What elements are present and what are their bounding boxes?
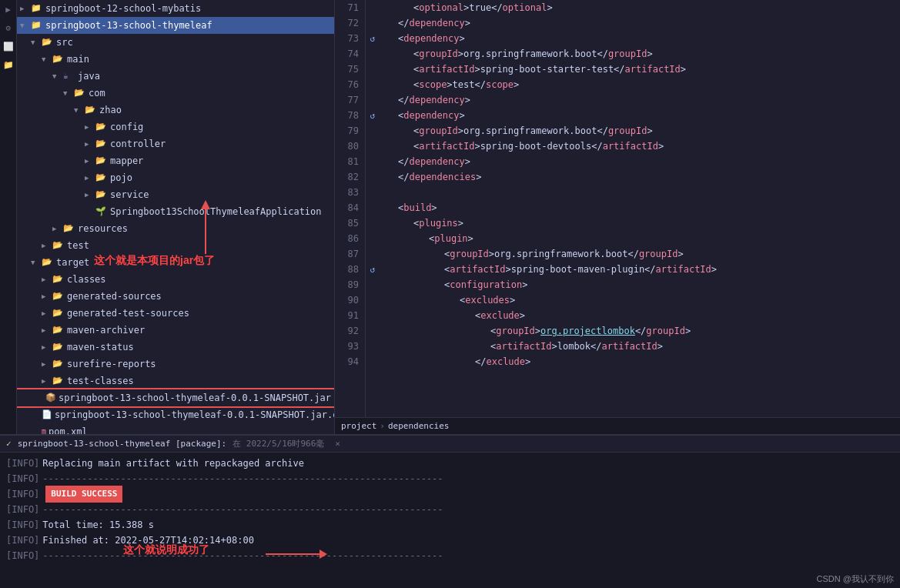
tree-item-label: springboot-13-school-thymeleaf-0.0.1-SNA… xyxy=(59,390,331,406)
tree-item-label: src xyxy=(56,35,73,50)
tree-item-com[interactable]: ▼ 📂 com xyxy=(17,85,334,102)
code-line-92: <groupId>org.projectlombok</groupId> xyxy=(383,323,900,339)
code-line-90: <excludes> xyxy=(383,292,900,308)
tree-item-label: springboot-13-school-thymeleaf-0.0.1-SNA… xyxy=(55,407,335,423)
console-prefix: [INFO] xyxy=(6,533,39,548)
tree-item-pom-target[interactable]: m pom.xml xyxy=(17,423,334,434)
line-num: 87 xyxy=(335,246,359,262)
console-text: Finished at: 2022-05-27T14:02:14+08:00 xyxy=(42,533,254,548)
expand-arrow: ▶ xyxy=(20,1,31,16)
run-bar-check: ✓ xyxy=(6,439,12,449)
console-line-7: [INFO] ---------------------------------… xyxy=(6,548,894,563)
code-line-93: <artifactId>lombok</artifactId> xyxy=(383,339,900,354)
gutter-cell-86 xyxy=(366,231,380,246)
expand-arrow: ▶ xyxy=(85,119,95,135)
folder-icon: 📂 xyxy=(95,187,108,202)
code-line-77: </dependency> xyxy=(383,92,900,108)
tree-item-label: main xyxy=(67,52,89,67)
console-text: Total time: 15.388 s xyxy=(42,517,154,533)
tree-item-label: generated-test-sources xyxy=(67,306,189,321)
folder-icon: 📂 xyxy=(95,136,108,152)
folder-icon: 📂 xyxy=(52,356,65,372)
spring-icon: 🌱 xyxy=(95,204,108,219)
expand-arrow: ▶ xyxy=(42,289,52,304)
tree-item-service[interactable]: ▶ 📂 service xyxy=(17,186,334,203)
tree-item-maven-archiver[interactable]: ▶ 📂 maven-archiver xyxy=(17,322,334,339)
line-num: 86 xyxy=(335,231,359,246)
console-prefix: [INFO] xyxy=(6,548,39,563)
tree-item-application[interactable]: 🌱 Springboot13SchoolThymeleafApplication xyxy=(17,203,334,220)
run-bar-project: springboot-13-school-thymeleaf [package]… xyxy=(18,439,227,449)
tree-item-resources[interactable]: ▶ 📂 resources xyxy=(17,220,334,237)
tree-item-label: maven-archiver xyxy=(67,322,145,338)
tree-item-generated-sources[interactable]: ▶ 📂 generated-sources xyxy=(17,288,334,305)
tree-item-label: pom.xml xyxy=(49,424,88,434)
build-success-badge: BUILD SUCCESS xyxy=(45,486,122,503)
gutter-cell-90 xyxy=(366,292,380,308)
tree-item-src[interactable]: ▼ 📂 src xyxy=(17,34,334,51)
gutter-cell-77 xyxy=(366,92,380,108)
folder-icon[interactable]: 📁 xyxy=(2,58,15,71)
gutter: ↺ ↺ ↺ xyxy=(366,0,380,417)
tree-item-controller[interactable]: ▶ 📂 controller xyxy=(17,135,334,152)
tree-item-classes[interactable]: ▶ 📂 classes xyxy=(17,271,334,288)
console-content[interactable]: [INFO] Replacing main artifact with repa… xyxy=(0,453,900,588)
run-bar: ✓ springboot-13-school-thymeleaf [packag… xyxy=(0,436,900,453)
gutter-cell-89 xyxy=(366,277,380,292)
console-line-2: [INFO] ---------------------------------… xyxy=(6,471,894,486)
tree-item-springboot-13[interactable]: ▼ 📁 springboot-13-school-thymeleaf xyxy=(17,17,334,34)
run-bar-close[interactable]: × xyxy=(335,439,340,449)
code-lines[interactable]: <optional>true</optional> </dependency> … xyxy=(380,0,900,417)
code-content: 71 72 73 74 75 76 77 78 79 80 81 82 83 8… xyxy=(335,0,900,417)
gear-icon[interactable]: ⚙ xyxy=(2,22,15,34)
expand-arrow: ▶ xyxy=(42,356,52,372)
xml-icon: m xyxy=(42,424,46,434)
expand-arrow: ▶ xyxy=(85,187,95,202)
tree-item-label: maven-status xyxy=(67,339,134,355)
tree-item-test[interactable]: ▶ 📂 test xyxy=(17,237,334,254)
folder-icon: 📂 xyxy=(52,339,65,355)
tree-item-label: zhao xyxy=(99,102,122,118)
tree-item-target[interactable]: ▼ 📂 target 这个就是本项目的jar包了 xyxy=(17,254,334,271)
gutter-cell-79 xyxy=(366,123,380,139)
code-line-81: </dependency> xyxy=(383,154,900,169)
expand-arrow: ▶ xyxy=(42,339,52,355)
expand-arrow: ▼ xyxy=(74,102,85,118)
gutter-cell-78: ↺ xyxy=(366,108,380,123)
line-num: 89 xyxy=(335,277,359,292)
tree-item-jar-orig[interactable]: 📄 springboot-13-school-thymeleaf-0.0.1-S… xyxy=(17,406,334,423)
tree-item-zhao[interactable]: ▼ 📂 zhao xyxy=(17,102,334,119)
breadcrumb-project[interactable]: project xyxy=(341,421,376,431)
tree-item-mapper[interactable]: ▶ 📂 mapper xyxy=(17,152,334,169)
line-num: 92 xyxy=(335,323,359,339)
code-line-76: <scope>test</scope> xyxy=(383,77,900,92)
tree-item-springboot-12[interactable]: ▶ 📁 springboot-12-school-mybatis xyxy=(17,0,334,17)
tree-item-main[interactable]: ▼ 📂 main xyxy=(17,51,334,68)
console-line-4: [INFO] ---------------------------------… xyxy=(6,502,894,517)
folder-icon: 📂 xyxy=(74,85,86,101)
tree-item-java[interactable]: ▼ ☕ java xyxy=(17,68,334,85)
tree-item-test-classes[interactable]: ▶ 📂 test-classes xyxy=(17,373,334,389)
tree-item-pojo[interactable]: ▶ 📂 pojo xyxy=(17,169,334,186)
tree-item-jar[interactable]: 📦 springboot-13-school-thymeleaf-0.0.1-S… xyxy=(17,389,334,406)
breadcrumb-sep: › xyxy=(380,421,385,431)
gutter-cell-73: ↺ xyxy=(366,31,380,46)
tree-item-label: pojo xyxy=(110,170,132,185)
line-num: 84 xyxy=(335,200,359,215)
search-icon[interactable]: ⬜ xyxy=(2,40,15,52)
folder-icon: 📂 xyxy=(85,102,97,118)
tree-item-label: Springboot13SchoolThymeleafApplication xyxy=(110,204,322,219)
tree-item-generated-test-sources[interactable]: ▶ 📂 generated-test-sources xyxy=(17,305,334,322)
folder-icon: 📂 xyxy=(52,52,65,67)
folder-icon: 📁 xyxy=(31,18,43,33)
breadcrumb-dependencies[interactable]: dependencies xyxy=(388,421,449,431)
line-num: 76 xyxy=(335,77,359,92)
console-line-5: [INFO] Total time: 15.388 s xyxy=(6,517,894,533)
tree-item-config[interactable]: ▶ 📂 config xyxy=(17,119,334,135)
tree-item-label: resources xyxy=(78,221,128,236)
code-line-73: <dependency> xyxy=(383,31,900,46)
run-icon[interactable]: ▶ xyxy=(2,3,15,15)
tree-item-maven-status[interactable]: ▶ 📂 maven-status xyxy=(17,339,334,356)
tree-item-surefire-reports[interactable]: ▶ 📂 surefire-reports xyxy=(17,356,334,373)
line-num: 73 xyxy=(335,31,359,46)
